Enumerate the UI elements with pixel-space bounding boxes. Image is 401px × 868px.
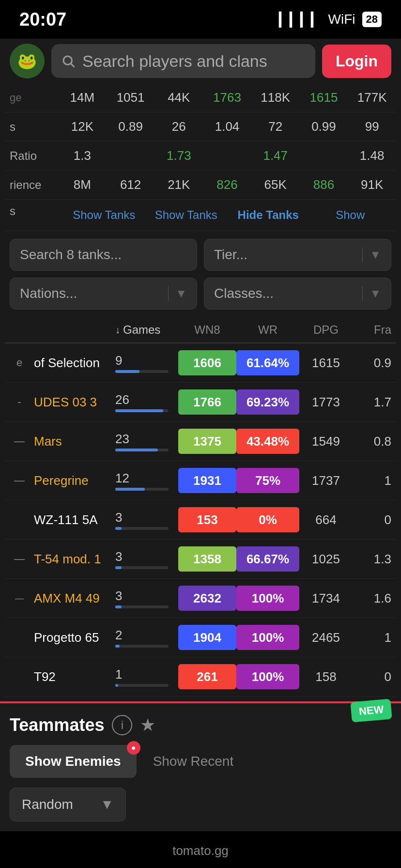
r-91k: 91K xyxy=(348,170,396,199)
wr-badge-3: 75% xyxy=(236,468,299,493)
star-icon[interactable]: ★ xyxy=(140,715,155,735)
filter-row-2: Nations... ▼ Classes... ▼ xyxy=(10,278,391,310)
top-label: ge xyxy=(5,85,58,111)
bottom-bar: tomato.gg xyxy=(0,831,401,868)
random-dropdown[interactable]: Random ▼ xyxy=(10,788,126,822)
top-header-row: ge 14M 1051 44K 1763 118K 1615 177K xyxy=(5,83,396,112)
info-icon[interactable]: i xyxy=(112,715,132,735)
stat-118k: 118K xyxy=(251,83,300,112)
fr-val-3: 1 xyxy=(353,473,391,488)
login-button[interactable]: Login xyxy=(322,45,391,78)
r-8m: 8M xyxy=(58,170,107,199)
table-row[interactable]: — Mars 23 1375 43.48% 1549 0.8 xyxy=(5,422,396,461)
tank-name-2: Mars xyxy=(34,434,62,449)
tank-name-5: T-54 mod. 1 xyxy=(34,552,101,567)
classes-dropdown[interactable]: Classes... ▼ xyxy=(204,278,391,310)
table-row[interactable]: Progetto 65 2 1904 100% 2465 1 xyxy=(5,618,396,657)
table-row[interactable]: — AMX M4 49 3 2632 100% 1734 1.6 xyxy=(5,579,396,618)
val-089: 0.89 xyxy=(107,112,155,141)
th-games[interactable]: ↓ Games xyxy=(115,323,178,337)
wr-badge-6: 100% xyxy=(236,586,299,611)
dpg-val-3: 1737 xyxy=(299,473,353,488)
games-bar-container-4 xyxy=(115,527,169,530)
tank-name-3: Peregrine xyxy=(34,473,89,488)
games-bar-4 xyxy=(115,527,122,530)
wr-badge-1: 69.23% xyxy=(236,389,299,415)
show-recent-button[interactable]: Show Recent xyxy=(143,745,244,778)
tank-tier-name-1: - UDES 03 3 xyxy=(10,395,115,410)
wn8-badge-4: 153 xyxy=(178,507,236,532)
show-enemies-label: Show Enemies xyxy=(25,754,121,769)
search-tanks-placeholder: Search 8 tanks... xyxy=(20,247,122,263)
table-row[interactable]: — T-54 mod. 1 3 1358 66.67% 1025 1.3 xyxy=(5,540,396,579)
fr-val-4: 0 xyxy=(353,512,391,527)
tank-tier-name-3: — Peregrine xyxy=(10,473,115,488)
dpg-val-6: 1734 xyxy=(299,591,353,606)
tier-badge-0: e xyxy=(10,356,29,369)
tank-games-0: 9 xyxy=(115,353,178,373)
show-tanks-btn-1[interactable]: Show Tanks xyxy=(63,204,145,226)
filter-section: Search 8 tanks... Tier... ▼ Nations... ▼… xyxy=(0,231,401,317)
games-num-3: 12 xyxy=(115,471,129,486)
tank-games-2: 23 xyxy=(115,432,178,451)
val-099: 0.99 xyxy=(300,112,348,141)
row-s-values: 12K 0.89 26 1.04 72 0.99 99 xyxy=(58,112,396,141)
tank-games-7: 2 xyxy=(115,628,178,648)
wn8-badge-0: 1606 xyxy=(178,350,236,375)
status-bar: 20:07 ▎▎▎▎ WiFi 28 xyxy=(0,0,401,39)
compare-section: ge 14M 1051 44K 1763 118K 1615 177K s 12… xyxy=(0,83,401,231)
random-chevron-icon: ▼ xyxy=(100,797,114,812)
games-bar-2 xyxy=(115,449,158,451)
tank-games-6: 3 xyxy=(115,589,178,608)
ratio-13: 1.3 xyxy=(58,141,107,170)
tank-tier-name-4: WZ-111 5A xyxy=(10,512,115,527)
row-s: s 12K 0.89 26 1.04 72 0.99 99 xyxy=(5,112,396,141)
games-num-0: 9 xyxy=(115,353,122,368)
show-tanks-btn-2[interactable]: Show Tanks xyxy=(145,204,228,226)
show-tanks-label: s xyxy=(10,204,63,226)
top-values: 14M 1051 44K 1763 118K 1615 177K xyxy=(58,83,396,112)
tank-games-8: 1 xyxy=(115,667,178,687)
row-rience-values: 8M 612 21K 826 65K 886 91K xyxy=(58,170,396,199)
tier-dropdown[interactable]: Tier... ▼ xyxy=(204,239,391,271)
games-bar-3 xyxy=(115,488,145,491)
table-row[interactable]: - UDES 03 3 26 1766 69.23% 1773 1.7 xyxy=(5,383,396,422)
val-99: 99 xyxy=(348,112,396,141)
table-row[interactable]: — Peregrine 12 1931 75% 1737 1 xyxy=(5,461,396,500)
table-row[interactable]: T92 1 261 100% 158 0 xyxy=(5,657,396,697)
ratio-147: 1.47 xyxy=(251,141,300,170)
val-12k: 12K xyxy=(58,112,107,141)
row-s-label: s xyxy=(5,113,58,140)
fr-val-5: 1.3 xyxy=(353,552,391,567)
wn8-badge-5: 1358 xyxy=(178,546,236,572)
tank-games-3: 12 xyxy=(115,471,178,491)
nations-dropdown[interactable]: Nations... ▼ xyxy=(10,278,197,310)
table-row[interactable]: WZ-111 5A 3 153 0% 664 0 xyxy=(5,500,396,540)
classes-label: Classes... xyxy=(214,286,274,301)
games-num-2: 23 xyxy=(115,432,129,447)
tank-name-0: of Selection xyxy=(34,356,100,371)
th-dpg: DPG xyxy=(299,323,353,337)
tank-name-6: AMX M4 49 xyxy=(34,591,100,606)
tank-name-8: T92 xyxy=(34,669,56,684)
show-enemies-button[interactable]: Show Enemies ● xyxy=(10,745,137,778)
wr-badge-4: 0% xyxy=(236,507,299,532)
ratio-empty1 xyxy=(107,141,155,170)
wr-badge-2: 43.48% xyxy=(236,429,299,454)
fr-val-6: 1.6 xyxy=(353,591,391,606)
r-65k: 65K xyxy=(251,170,300,199)
wn8-badge-1: 1766 xyxy=(178,389,236,415)
row-ratio-label: Ratio xyxy=(5,142,58,170)
games-num-5: 3 xyxy=(115,549,122,564)
table-row[interactable]: e of Selection 9 1606 61.64% 1615 0.9 xyxy=(5,343,396,383)
hide-tanks-btn[interactable]: Hide Tanks xyxy=(227,204,309,226)
search-bar-container: 🐸 Search players and clans Login xyxy=(0,39,401,83)
tier-label: Tier... xyxy=(214,247,247,263)
search-tanks-input[interactable]: Search 8 tanks... xyxy=(10,239,197,271)
status-icons: ▎▎▎▎ WiFi 28 xyxy=(279,12,382,28)
search-input-wrapper[interactable]: Search players and clans xyxy=(51,44,315,78)
show-tanks-btn-4[interactable]: Show xyxy=(309,204,392,226)
fr-val-8: 0 xyxy=(353,669,391,684)
r-21k: 21K xyxy=(154,170,203,199)
games-bar-container-6 xyxy=(115,605,169,608)
